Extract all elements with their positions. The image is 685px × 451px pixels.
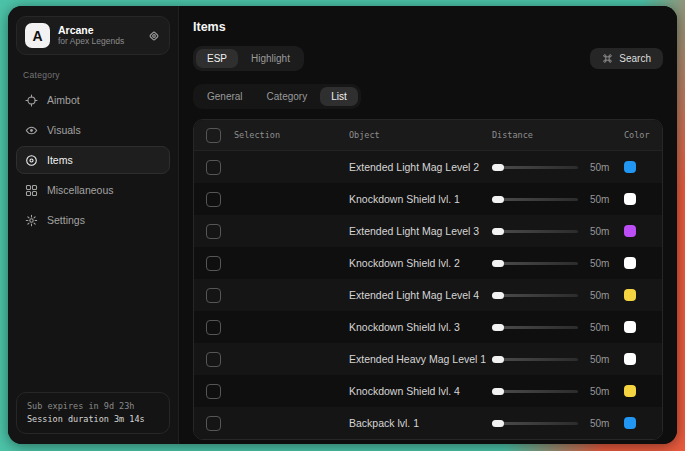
slider-thumb[interactable] — [492, 164, 504, 171]
sidebar-item-settings[interactable]: Settings — [16, 206, 170, 234]
distance-value: 50m — [590, 418, 609, 429]
mode-toggle-group: ESPHighlight — [193, 46, 304, 71]
crosshair-icon — [25, 94, 38, 107]
mode-tab-esp[interactable]: ESP — [196, 49, 238, 68]
main-panel: Items ESPHighlight Search GeneralCategor… — [178, 6, 677, 444]
items-table: SelectionObjectDistanceColor Extended Li… — [193, 119, 663, 440]
sidebar-item-items[interactable]: Items — [16, 146, 170, 174]
sidebar-item-miscellaneous[interactable]: Miscellaneous — [16, 176, 170, 204]
object-label: Extended Light Mag Level 3 — [349, 225, 492, 237]
color-swatch[interactable] — [624, 417, 636, 429]
color-swatch[interactable] — [624, 385, 636, 397]
compass-icon[interactable] — [147, 29, 161, 43]
color-swatch[interactable] — [624, 225, 636, 237]
subscription-info-card: Sub expires in 9d 23h Session duration 3… — [16, 392, 170, 434]
table-row: Extended Light Mag Level 2 50m — [194, 151, 662, 183]
table-row: Knockdown Shield lvl. 4 50m — [194, 375, 662, 407]
object-label: Extended Heavy Mag Level 1 — [349, 353, 492, 365]
table-row: Extended Light Mag Level 3 50m — [194, 215, 662, 247]
row-checkbox[interactable] — [206, 416, 221, 431]
row-checkbox[interactable] — [206, 320, 221, 335]
page-title: Items — [193, 20, 663, 34]
column-header-color: Color — [624, 130, 662, 140]
row-checkbox[interactable] — [206, 224, 221, 239]
distance-slider[interactable] — [492, 198, 578, 201]
view-tab-category[interactable]: Category — [256, 87, 319, 106]
table-row: Extended Light Mag Level 4 50m — [194, 279, 662, 311]
gear-icon — [25, 214, 38, 227]
sidebar: A Arcane for Apex Legends Category Aimbo… — [8, 6, 178, 444]
session-duration-text: Session duration 3m 14s — [27, 413, 159, 426]
mode-tab-highlight[interactable]: Highlight — [240, 49, 301, 68]
row-checkbox[interactable] — [206, 160, 221, 175]
table-row: Extended Heavy Mag Level 1 50m — [194, 343, 662, 375]
slider-thumb[interactable] — [492, 324, 504, 331]
column-header-selection: Selection — [234, 130, 349, 140]
view-tab-list[interactable]: List — [320, 87, 358, 106]
table-header-row: SelectionObjectDistanceColor — [194, 120, 662, 151]
color-swatch[interactable] — [624, 257, 636, 269]
color-swatch[interactable] — [624, 289, 636, 301]
distance-value: 50m — [590, 290, 609, 301]
column-header-object: Object — [349, 130, 492, 140]
distance-slider[interactable] — [492, 326, 578, 329]
slider-thumb[interactable] — [492, 260, 504, 267]
slider-thumb[interactable] — [492, 388, 504, 395]
app-logo: A — [25, 23, 50, 48]
grid-icon — [25, 184, 38, 197]
sidebar-nav: AimbotVisualsItemsMiscellaneousSettings — [16, 86, 170, 234]
distance-slider[interactable] — [492, 358, 578, 361]
table-row: Knockdown Shield lvl. 1 50m — [194, 183, 662, 215]
color-swatch[interactable] — [624, 353, 636, 365]
object-label: Extended Light Mag Level 4 — [349, 289, 492, 301]
app-header-card: A Arcane for Apex Legends — [16, 16, 170, 55]
slider-thumb[interactable] — [492, 228, 504, 235]
object-label: Knockdown Shield lvl. 2 — [349, 257, 492, 269]
distance-slider[interactable] — [492, 262, 578, 265]
row-checkbox[interactable] — [206, 192, 221, 207]
search-button[interactable]: Search — [590, 48, 663, 69]
distance-value: 50m — [590, 354, 609, 365]
object-label: Extended Light Mag Level 2 — [349, 161, 492, 173]
sub-expiry-text: Sub expires in 9d 23h — [27, 400, 159, 413]
row-checkbox[interactable] — [206, 384, 221, 399]
eye-icon — [25, 124, 38, 137]
sidebar-section-label: Category — [23, 70, 170, 80]
distance-slider[interactable] — [492, 422, 578, 425]
distance-value: 50m — [590, 162, 609, 173]
slider-thumb[interactable] — [492, 420, 504, 427]
object-label: Backpack lvl. 1 — [349, 417, 492, 429]
slider-thumb[interactable] — [492, 292, 504, 299]
color-swatch[interactable] — [624, 193, 636, 205]
disc-icon — [25, 154, 38, 167]
object-label: Knockdown Shield lvl. 3 — [349, 321, 492, 333]
sidebar-item-label: Items — [47, 154, 73, 166]
view-tab-group: GeneralCategoryList — [193, 84, 361, 109]
search-button-label: Search — [619, 53, 651, 64]
color-swatch[interactable] — [624, 321, 636, 333]
sidebar-item-aimbot[interactable]: Aimbot — [16, 86, 170, 114]
table-row: Knockdown Shield lvl. 3 50m — [194, 311, 662, 343]
distance-slider[interactable] — [492, 166, 578, 169]
view-tab-general[interactable]: General — [196, 87, 254, 106]
row-checkbox[interactable] — [206, 256, 221, 271]
sidebar-item-visuals[interactable]: Visuals — [16, 116, 170, 144]
slider-thumb[interactable] — [492, 196, 504, 203]
distance-slider[interactable] — [492, 230, 578, 233]
slider-thumb[interactable] — [492, 356, 504, 363]
distance-slider[interactable] — [492, 294, 578, 297]
select-all-checkbox[interactable] — [206, 128, 221, 143]
row-checkbox[interactable] — [206, 352, 221, 367]
table-row: Backpack lvl. 1 50m — [194, 407, 662, 439]
row-checkbox[interactable] — [206, 288, 221, 303]
distance-value: 50m — [590, 194, 609, 205]
object-label: Knockdown Shield lvl. 1 — [349, 193, 492, 205]
sidebar-item-label: Aimbot — [47, 94, 80, 106]
sidebar-item-label: Visuals — [47, 124, 81, 136]
color-swatch[interactable] — [624, 161, 636, 173]
mode-row: ESPHighlight Search — [193, 46, 663, 71]
app-subtitle: for Apex Legends — [58, 36, 139, 47]
app-window: A Arcane for Apex Legends Category Aimbo… — [8, 6, 677, 444]
distance-value: 50m — [590, 322, 609, 333]
distance-slider[interactable] — [492, 390, 578, 393]
